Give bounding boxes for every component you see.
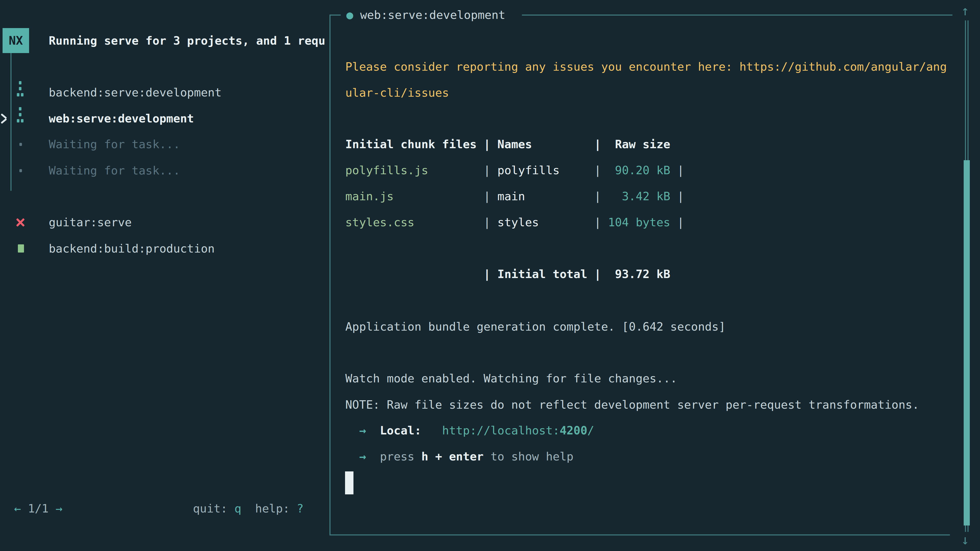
panel-border-top	[522, 14, 953, 16]
pager: ← 1/1 →	[14, 502, 62, 515]
scrollbar-thumb[interactable]	[964, 160, 970, 526]
local-url-line: → Local: http://localhost:4200/	[345, 424, 594, 437]
shortcut-hints: quit: q help: ?	[193, 502, 304, 515]
help-hint-keys: h + enter	[422, 450, 484, 463]
pager-page-indicator	[21, 502, 28, 515]
panel-border-bottom	[329, 534, 950, 535]
pager-gap	[48, 502, 56, 515]
help-key: ?	[297, 502, 304, 515]
col-names: Names	[497, 138, 532, 151]
local-url[interactable]: http://localhost:4200/	[442, 424, 594, 437]
sidebar-header: Running serve for 3 projects, and 1 requ	[49, 34, 325, 48]
prompt-arrow-icon: →	[345, 450, 366, 463]
help-label: help:	[255, 502, 297, 515]
spinner-icon	[17, 81, 24, 97]
table-row: styles.css | styles | 104 bytes |	[345, 216, 684, 229]
table-row: polyfills.js | polyfills | 90.20 kB |	[345, 164, 684, 177]
shortcut-gap	[242, 502, 255, 515]
waiting-dot-icon	[19, 143, 22, 146]
pager-next-icon[interactable]: →	[56, 502, 62, 515]
watch-mode-line: Watch mode enabled. Watching for file ch…	[345, 372, 677, 385]
quit-key: q	[234, 502, 242, 515]
terminal-cursor	[345, 472, 353, 494]
col-raw-size: Raw size	[615, 138, 670, 151]
help-hint-post: to show help	[484, 450, 573, 463]
initial-total-label: Initial total	[497, 267, 594, 281]
table-header: Initial chunk files | Names | Raw size	[345, 138, 670, 151]
panel-border-top-left	[329, 14, 341, 16]
sidebar-item-backend-build[interactable]: backend:build:production	[49, 242, 215, 256]
local-label: Local:	[380, 424, 422, 437]
sidebar-item-waiting-2[interactable]: Waiting for task...	[49, 164, 180, 177]
table-row: main.js | main | 3.42 kB |	[345, 190, 684, 203]
panel-border-left	[329, 14, 331, 535]
nx-logo: NX	[3, 28, 29, 53]
col-initial-chunk-files: Initial chunk files	[345, 138, 477, 151]
warning-line-1: Please consider reporting any issues you…	[345, 60, 947, 73]
sidebar-item-guitar-serve[interactable]: guitar:serve	[49, 216, 132, 229]
panel-title-text: web:serve:development	[353, 8, 505, 22]
running-bullet-icon: ●	[346, 8, 353, 22]
port-number: 4200	[560, 424, 587, 437]
sidebar-item-backend-serve[interactable]: backend:serve:development	[49, 86, 221, 99]
initial-total-size: 93.72 kB	[601, 267, 670, 281]
bundle-complete-line: Application bundle generation complete. …	[345, 320, 725, 333]
failed-x-icon	[16, 218, 25, 227]
spinner-icon	[17, 107, 24, 124]
prompt-arrow-icon: →	[345, 424, 366, 437]
scroll-down-icon[interactable]: ↓	[961, 533, 969, 546]
task-tree-line	[11, 53, 11, 191]
quit-label: quit:	[193, 502, 234, 515]
table-total-row: | Initial total | 93.72 kB	[345, 268, 670, 281]
pager-prev-icon[interactable]: ←	[14, 502, 21, 515]
waiting-dot-icon	[19, 169, 22, 172]
note-line: NOTE: Raw file sizes do not reflect deve…	[345, 398, 919, 411]
help-hint-line: → press h + enter to show help	[345, 450, 573, 463]
scroll-up-icon[interactable]: ↑	[961, 4, 969, 17]
selected-chevron-icon	[0, 113, 7, 124]
nx-tui-screen: NX Running serve for 3 projects, and 1 r…	[0, 0, 980, 551]
sidebar-item-web-serve[interactable]: web:serve:development	[49, 112, 194, 125]
success-square-icon	[18, 245, 24, 252]
panel-title: ● web:serve:development	[346, 8, 505, 22]
nx-logo-text: NX	[9, 34, 23, 48]
warning-line-2: ular-cli/issues	[345, 86, 449, 100]
pager-page: 1/1	[28, 502, 48, 515]
help-hint-pre: press	[380, 450, 422, 463]
sidebar-item-waiting-1[interactable]: Waiting for task...	[49, 138, 180, 151]
